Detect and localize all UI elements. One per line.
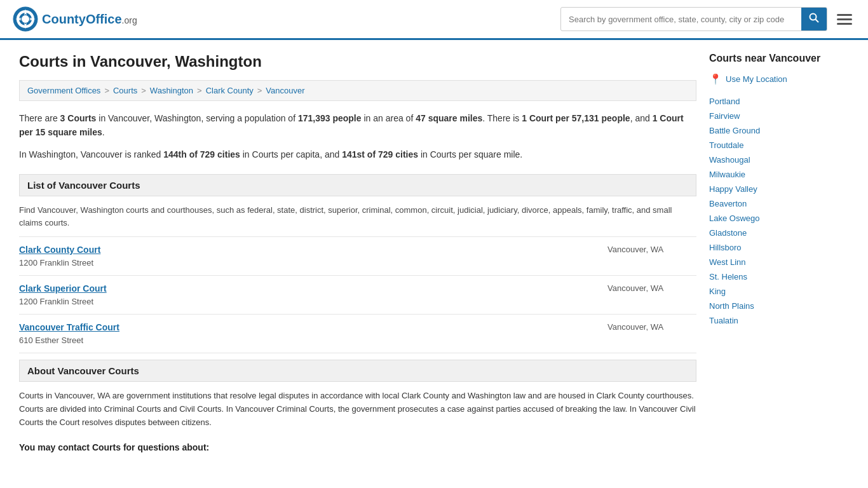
rank-sq: 141st of 729 cities	[342, 149, 418, 159]
court-address-0: 1200 Franklin Street	[19, 258, 93, 268]
sidebar-link-2[interactable]: Battle Ground	[709, 123, 849, 138]
header-right	[560, 7, 855, 31]
sidebar-title: Courts near Vancouver	[709, 53, 849, 64]
logo-icon	[13, 6, 38, 32]
rank-capita: 144th of 729 cities	[163, 149, 240, 159]
court-info-0: Clark County Court 1200 Franklin Street	[19, 245, 569, 268]
use-location-label: Use My Location	[726, 74, 787, 84]
sidebar-link-11[interactable]: West Linn	[709, 255, 849, 269]
sidebar-links: PortlandFairviewBattle GroundTroutdaleWa…	[709, 94, 849, 328]
svg-line-9	[816, 20, 819, 23]
logo-area: CountyOffice.org	[13, 6, 137, 32]
breadcrumb-link-3[interactable]: Clark County	[206, 86, 254, 95]
breadcrumb-link-4[interactable]: Vancouver	[266, 86, 304, 95]
desc-and-text: , and	[630, 113, 653, 123]
logo-text: CountyOffice.org	[42, 12, 137, 27]
svg-point-8	[810, 14, 817, 20]
sidebar-link-7[interactable]: Beaverton	[709, 196, 849, 211]
court-location-2: Vancouver, WA	[569, 322, 696, 332]
about-section: About Vancouver Courts Courts in Vancouv…	[19, 360, 696, 452]
desc-in-text: in Vancouver, Washington, serving a popu…	[96, 113, 298, 123]
search-icon	[809, 13, 819, 23]
breadcrumb-sep-1: >	[141, 86, 146, 95]
search-bar	[560, 7, 827, 31]
ranking-text: In Washington, Vancouver is ranked 144th…	[19, 147, 696, 161]
location-pin-icon: 📍	[709, 73, 722, 85]
search-input[interactable]	[561, 10, 801, 29]
menu-bar-1	[837, 14, 852, 16]
menu-bar-3	[837, 23, 852, 25]
court-item-2: Vancouver Traffic Court 610 Esther Stree…	[19, 315, 696, 353]
sidebar-link-10[interactable]: Hillsboro	[709, 240, 849, 255]
court-name-2[interactable]: Vancouver Traffic Court	[19, 322, 569, 332]
main-container: Courts in Vancouver, Washington Governme…	[0, 40, 868, 465]
breadcrumb-sep-0: >	[104, 86, 109, 95]
court-item-1: Clark Superior Court 1200 Franklin Stree…	[19, 276, 696, 315]
sidebar-link-4[interactable]: Washougal	[709, 152, 849, 167]
about-text: Courts in Vancouver, WA are government i…	[19, 382, 696, 437]
breadcrumb-sep-2: >	[197, 86, 202, 95]
sidebar-link-5[interactable]: Milwaukie	[709, 167, 849, 182]
court-info-1: Clark Superior Court 1200 Franklin Stree…	[19, 283, 569, 306]
breadcrumb-link-1[interactable]: Courts	[113, 86, 137, 95]
find-text: Find Vancouver, Washington courts and co…	[19, 196, 696, 237]
rank-sq-suffix: in Courts per square mile.	[418, 149, 522, 159]
sidebar-link-12[interactable]: St. Helens	[709, 269, 849, 284]
description-text: There are 3 Courts in Vancouver, Washing…	[19, 111, 696, 140]
rank-capita-suffix: in Courts per capita, and	[240, 149, 342, 159]
header: CountyOffice.org	[0, 0, 868, 40]
svg-point-3	[22, 15, 29, 23]
court-name-0[interactable]: Clark County Court	[19, 245, 569, 255]
breadcrumb-link-2[interactable]: Washington	[150, 86, 193, 95]
desc-population: 171,393 people	[298, 113, 362, 123]
breadcrumb-sep-3: >	[257, 86, 262, 95]
sidebar-link-13[interactable]: King	[709, 284, 849, 299]
court-location-0: Vancouver, WA	[569, 245, 696, 254]
court-location-1: Vancouver, WA	[569, 283, 696, 293]
court-name-1[interactable]: Clark Superior Court	[19, 283, 569, 294]
search-button[interactable]	[801, 8, 827, 30]
menu-bar-2	[837, 18, 852, 20]
court-address-1: 1200 Franklin Street	[19, 297, 93, 306]
desc-period: . There is	[482, 113, 522, 123]
page-title: Courts in Vancouver, Washington	[19, 53, 696, 71]
sidebar-link-3[interactable]: Troutdale	[709, 138, 849, 152]
content: Courts in Vancouver, Washington Governme…	[19, 53, 696, 452]
desc-area: 47 square miles	[416, 113, 482, 123]
rank-intro: In Washington, Vancouver is ranked	[19, 149, 163, 159]
menu-button[interactable]	[834, 11, 855, 28]
list-section-header: List of Vancouver Courts	[19, 174, 696, 196]
sidebar-link-6[interactable]: Happy Valley	[709, 182, 849, 196]
desc-per-capita: 1 Court per 57,131 people	[522, 113, 630, 123]
desc-intro: There are	[19, 113, 60, 123]
sidebar: Courts near Vancouver 📍 Use My Location …	[709, 53, 849, 452]
sidebar-link-9[interactable]: Gladstone	[709, 226, 849, 240]
breadcrumb: Government Offices > Courts > Washington…	[19, 80, 696, 101]
desc-court-count: 3 Courts	[60, 113, 97, 123]
court-item-0: Clark County Court 1200 Franklin Street …	[19, 237, 696, 276]
about-section-header: About Vancouver Courts	[19, 360, 696, 382]
desc-area-text: in an area of	[362, 113, 416, 123]
court-info-2: Vancouver Traffic Court 610 Esther Stree…	[19, 322, 569, 345]
sidebar-link-14[interactable]: North Plains	[709, 299, 849, 313]
sidebar-link-8[interactable]: Lake Oswego	[709, 211, 849, 226]
breadcrumb-link-0[interactable]: Government Offices	[27, 86, 100, 95]
court-address-2: 610 Esther Street	[19, 336, 83, 345]
use-location-link[interactable]: 📍 Use My Location	[709, 73, 849, 85]
sidebar-link-15[interactable]: Tualatin	[709, 313, 849, 328]
contact-header: You may contact Courts for questions abo…	[19, 442, 696, 452]
desc-period2: .	[102, 127, 105, 137]
sidebar-link-0[interactable]: Portland	[709, 94, 849, 109]
sidebar-link-1[interactable]: Fairview	[709, 109, 849, 123]
